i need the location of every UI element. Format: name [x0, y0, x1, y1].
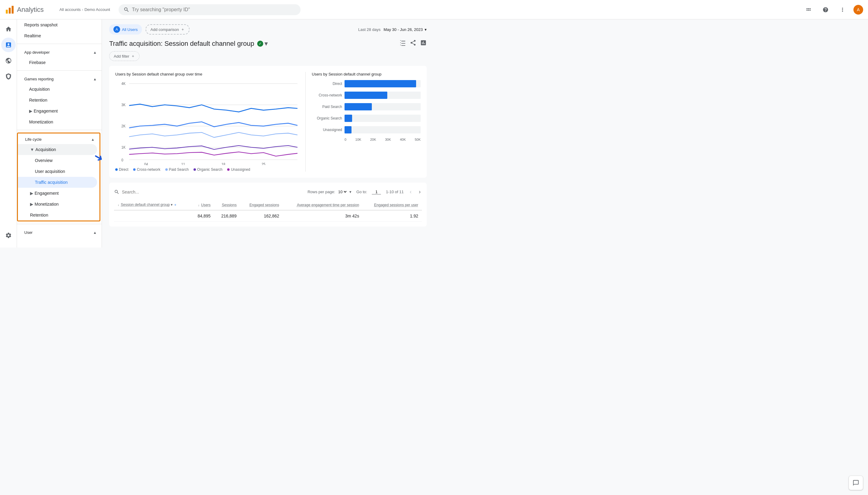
legend-dot-organic-search	[193, 168, 196, 171]
col-header-engaged-sessions[interactable]: Engaged sessions	[240, 200, 283, 210]
page-info: 1-10 of 11	[386, 190, 404, 194]
search-bar[interactable]	[119, 4, 300, 15]
sidebar-item-engagement-games[interactable]: ▶ Engagement	[17, 105, 99, 117]
sidebar-item-reports-snapshot[interactable]: Reports snapshot	[17, 19, 99, 30]
col-header-channel[interactable]: ↓ Session default channel group ▾ ＋	[114, 200, 191, 210]
rows-per-page-select[interactable]: 10 25 50	[337, 189, 348, 194]
bar-fill-direct	[345, 80, 416, 87]
breadcrumb-separator: ›	[82, 7, 83, 12]
legend-dot-unassigned	[227, 168, 230, 171]
chevron-up-icon-4: ▲	[93, 231, 97, 235]
nav-reports[interactable]	[1, 38, 16, 52]
col-dropdown-icon[interactable]: ▾	[171, 203, 173, 207]
breadcrumb-all-accounts[interactable]: All accounts	[59, 7, 81, 12]
bar-row-paid-search: Paid Search	[312, 103, 421, 110]
bar-fill-paid-search	[345, 103, 372, 110]
col-add-icon[interactable]: ＋	[173, 203, 177, 207]
bar-row-direct: Direct	[312, 80, 421, 87]
expand-arrow-down-icon: ▼	[30, 147, 34, 152]
rows-per-page: Rows per page: 10 25 50 ▾	[308, 189, 351, 194]
svg-text:1K: 1K	[121, 145, 125, 150]
col-header-users[interactable]: ↓ Users	[191, 200, 214, 210]
col-header-sessions[interactable]: Sessions	[214, 200, 240, 210]
sidebar-item-monetization-games[interactable]: Monetization	[17, 117, 99, 127]
add-filter-label: Add filter	[114, 54, 129, 58]
sidebar-item-realtime[interactable]: Realtime	[17, 30, 99, 41]
prev-page-button[interactable]: ‹	[409, 187, 413, 196]
sidebar-section-games-reporting[interactable]: Games reporting ▲	[17, 73, 102, 84]
bar-row-cross-network: Cross-network	[312, 91, 421, 99]
sidebar-item-overview[interactable]: Overview	[18, 155, 97, 166]
nav-advertising[interactable]	[1, 69, 16, 84]
chevron-up-icon-3: ▲	[91, 137, 94, 142]
bar-row-organic-search: Organic Search	[312, 115, 421, 122]
legend-item-paid-search: Paid Search	[165, 167, 189, 172]
bar-fill-cross-network	[345, 91, 387, 99]
search-input[interactable]	[132, 7, 296, 13]
table-view-icon[interactable]	[399, 39, 406, 48]
col-header-avg-engagement[interactable]: Average engagement time per session	[283, 200, 363, 210]
sidebar-item-retention-lc[interactable]: Retention	[18, 209, 97, 221]
insights-icon[interactable]	[420, 39, 427, 48]
table-header: ↓ Session default channel group ▾ ＋ ↓ Us…	[114, 200, 422, 210]
sidebar-section-life-cycle[interactable]: Life cycle ▲	[18, 134, 100, 144]
data-table: ↓ Session default channel group ▾ ＋ ↓ Us…	[114, 200, 422, 222]
legend-item-organic-search: Organic Search	[193, 167, 222, 172]
col-header-engaged-per-user[interactable]: Engaged sessions per user	[363, 200, 422, 210]
go-to-label: Go to:	[357, 190, 367, 194]
next-page-button[interactable]: ›	[418, 187, 422, 196]
table-controls: Rows per page: 10 25 50 ▾ Go to: 1-10 of…	[114, 187, 422, 196]
sidebar: Reports snapshot Realtime App developer …	[17, 19, 102, 248]
cell-channel[interactable]	[114, 210, 191, 222]
nav-settings[interactable]	[1, 228, 16, 243]
sidebar-item-engagement-lc[interactable]: ▶ Engagement	[18, 188, 97, 199]
sidebar-section-app-developer[interactable]: App developer ▲	[17, 46, 102, 57]
bar-track-unassigned	[345, 126, 421, 134]
x-label-30k: 30K	[385, 138, 391, 141]
table-body: 84,895 216,889 162,862 3m 42s 1.92	[114, 210, 422, 222]
legend-label-unassigned: Unassigned	[231, 167, 250, 172]
status-dropdown-icon[interactable]: ▾	[264, 40, 268, 48]
rows-per-page-label: Rows per page:	[308, 190, 335, 194]
share-icon[interactable]	[410, 39, 416, 48]
svg-rect-1	[9, 7, 11, 13]
nav-explore[interactable]	[1, 53, 16, 68]
sidebar-item-acquisition-lc[interactable]: ▼ Acquisition	[18, 144, 97, 155]
status-badge[interactable]: ✓	[257, 41, 263, 47]
sidebar-divider-4	[17, 224, 102, 224]
sidebar-section-user[interactable]: User ▲	[17, 226, 102, 237]
sidebar-item-acquisition-games[interactable]: Acquisition	[17, 84, 99, 95]
chevron-up-icon: ▲	[93, 50, 97, 55]
table-pagination: Rows per page: 10 25 50 ▾ Go to: 1-10 of…	[308, 187, 422, 196]
svg-text:25: 25	[262, 162, 266, 165]
app-title: Analytics	[17, 6, 44, 14]
bar-label-cross-network: Cross-network	[312, 93, 342, 97]
sidebar-item-monetization-lc[interactable]: ▶ Monetization	[18, 199, 97, 209]
table-search-input[interactable]	[122, 190, 175, 194]
add-filter-button[interactable]: Add filter ＋	[109, 51, 139, 61]
expand-arrow-icon: ▶	[29, 108, 32, 114]
sidebar-item-traffic-acquisition[interactable]: Traffic acquisition	[18, 177, 97, 188]
chevron-down-icon: ▾	[424, 27, 427, 32]
header: Analytics All accounts › Demo Account A	[0, 0, 434, 19]
bar-label-paid-search: Paid Search	[312, 105, 342, 109]
sidebar-item-retention[interactable]: Retention	[17, 95, 99, 105]
legend-label-direct: Direct	[119, 167, 128, 172]
page-input[interactable]	[372, 190, 381, 194]
bar-x-axis: 0 10K 20K 30K 40K 50K	[345, 138, 421, 141]
sidebar-highlighted-section: Life cycle ▲ ▼ Acquisition Overview User…	[17, 133, 100, 221]
page-title: Traffic acquisition: Session default cha…	[109, 40, 268, 48]
legend-item-cross-network: Cross-network	[133, 167, 160, 172]
legend-dot-paid-search	[165, 168, 168, 171]
all-users-chip[interactable]: A All Users	[109, 24, 142, 35]
breadcrumb-demo-account[interactable]: Demo Account	[84, 7, 110, 12]
add-comparison-button[interactable]: Add comparison ＋	[145, 24, 190, 35]
sort-icon-users: ↓	[198, 204, 199, 207]
sidebar-item-user-acquisition[interactable]: User acquisition	[18, 166, 97, 177]
cell-engaged-per-user: 1.92	[363, 210, 422, 222]
date-range-selector[interactable]: Last 28 days May 30 - Jun 26, 2023 ▾	[358, 27, 427, 32]
sort-icon-channel: ↓	[118, 203, 119, 207]
nav-home[interactable]	[1, 22, 16, 36]
svg-rect-0	[6, 10, 7, 14]
sidebar-item-firebase[interactable]: Firebase	[17, 57, 99, 68]
